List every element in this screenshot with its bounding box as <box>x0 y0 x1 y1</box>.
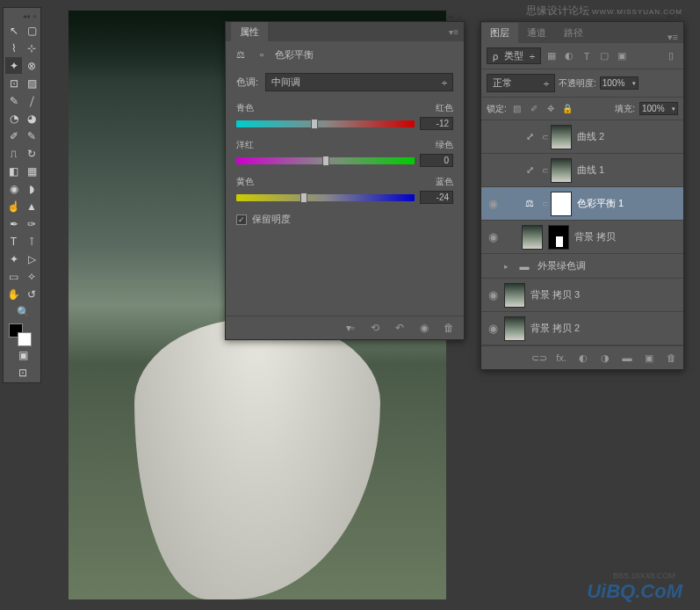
freeform-pen-tool-icon[interactable]: ✑ <box>24 215 40 232</box>
smudge-tool-icon[interactable]: ☝ <box>5 198 22 214</box>
layer-name[interactable]: 背景 拷贝 2 <box>530 322 580 335</box>
dodge-tool-icon[interactable]: ◗ <box>24 180 40 197</box>
clip-to-layer-icon[interactable]: ▾▫ <box>343 321 358 335</box>
layer-row[interactable]: ◉ 背景 拷贝 3 <box>481 279 683 312</box>
lock-position-icon[interactable]: ✥ <box>545 103 557 115</box>
layer-filter-select[interactable]: ρ 类型 ÷ <box>487 47 541 64</box>
cyan-red-slider[interactable] <box>236 120 415 127</box>
new-layer-icon[interactable]: ▣ <box>642 351 656 365</box>
slider-thumb[interactable] <box>322 156 329 166</box>
patch-tool-icon[interactable]: ◕ <box>24 110 40 127</box>
wand-tool-icon[interactable]: ✦ <box>5 57 22 74</box>
crop-tool-icon[interactable]: ⊡ <box>5 75 22 91</box>
layer-name[interactable]: 背景 拷贝 <box>574 230 616 243</box>
stamp-tool-icon[interactable]: ⎍ <box>5 145 22 162</box>
pencil-tool-icon[interactable]: ✎ <box>24 127 40 144</box>
history-brush-tool-icon[interactable]: ↻ <box>24 145 40 162</box>
layer-name[interactable]: 曲线 1 <box>577 163 604 177</box>
lock-transparent-icon[interactable]: ▨ <box>511 103 523 115</box>
delete-adj-icon[interactable]: 🗑 <box>441 321 457 335</box>
custom-shape-tool-icon[interactable]: ✧ <box>24 268 40 285</box>
eyedropper-tool-icon[interactable]: ✎ <box>5 92 22 109</box>
magenta-green-slider[interactable] <box>236 157 415 164</box>
filter-toggle-icon[interactable]: ▯ <box>664 49 678 63</box>
slice-tool-icon[interactable]: ▨ <box>24 75 40 91</box>
view-previous-icon[interactable]: ⟲ <box>367 321 383 335</box>
yellow-blue-value[interactable]: -24 <box>420 191 453 204</box>
visibility-toggle[interactable]: ◉ <box>481 197 504 210</box>
layer-row[interactable]: ◉ ⚖ ⊂ 色彩平衡 1 <box>481 187 683 221</box>
slider-thumb[interactable] <box>311 119 318 129</box>
tone-select[interactable]: 中间调 ÷ <box>265 73 453 91</box>
layer-row[interactable]: ⤢ ⊂ 曲线 1 <box>481 154 683 187</box>
layer-name[interactable]: 背景 拷贝 3 <box>530 288 580 301</box>
slider-thumb[interactable] <box>300 192 307 203</box>
preserve-luminosity-checkbox[interactable]: ✓ <box>236 214 247 225</box>
lock-all-icon[interactable]: 🔒 <box>561 103 574 115</box>
panel-menu-icon[interactable]: ▾≡ <box>449 27 458 37</box>
layer-thumb[interactable] <box>504 316 525 341</box>
yellow-blue-slider[interactable] <box>236 194 415 201</box>
fill-input[interactable]: 100%▾ <box>639 102 678 115</box>
marquee-tool-icon[interactable]: ▢ <box>24 22 40 39</box>
properties-tab[interactable]: 属性 <box>231 22 268 42</box>
zoom-tool-icon[interactable]: 🔍 <box>5 303 40 320</box>
magenta-green-value[interactable]: 0 <box>420 154 453 167</box>
layer-row[interactable]: ⤢ ⊂ 曲线 2 <box>481 120 683 154</box>
layer-name[interactable]: 色彩平衡 1 <box>577 197 624 210</box>
lock-pixels-icon[interactable]: ✐ <box>528 103 540 115</box>
layer-row[interactable]: ◉ 背景 拷贝 <box>481 221 683 254</box>
eraser-tool-icon[interactable]: ◧ <box>5 163 22 179</box>
filter-shape-icon[interactable]: ▢ <box>597 49 611 63</box>
layer-fx-icon[interactable]: fx. <box>554 351 568 365</box>
layer-thumb[interactable] <box>522 225 543 250</box>
sharpen-tool-icon[interactable]: ▲ <box>24 198 40 214</box>
rotate-view-tool-icon[interactable]: ↺ <box>24 286 40 302</box>
rectangle-tool-icon[interactable]: ▭ <box>5 268 22 285</box>
quick-select-tool-icon[interactable]: ⊹ <box>24 40 40 56</box>
layer-group-row[interactable]: ▸ ▬ 外景绿色调 <box>481 254 683 279</box>
toolbar-handle[interactable]: ◂◂× <box>5 10 39 22</box>
layers-panel-handle[interactable]: ◂◂× <box>480 11 684 21</box>
mask-thumb-icon[interactable]: ▫ <box>254 47 270 62</box>
opacity-input[interactable]: 100%▾ <box>600 76 639 90</box>
vtype-tool-icon[interactable]: ⊺ <box>24 233 40 250</box>
background-color-swatch[interactable] <box>18 332 32 346</box>
lasso-tool-icon[interactable]: ⌇ <box>5 40 22 56</box>
new-group-icon[interactable]: ▬ <box>620 351 634 365</box>
layer-mask-thumb[interactable] <box>551 192 572 216</box>
visibility-toggle[interactable]: ◉ <box>481 322 504 335</box>
blend-mode-select[interactable]: 正常÷ <box>487 74 555 92</box>
layers-menu-icon[interactable]: ▾≡ <box>668 32 683 43</box>
filter-type-icon[interactable]: T <box>580 49 594 63</box>
layer-mask-thumb[interactable] <box>551 158 572 183</box>
add-mask-icon[interactable]: ◐ <box>576 351 590 365</box>
delete-layer-icon[interactable]: 🗑 <box>664 351 678 365</box>
layer-name[interactable]: 外景绿色调 <box>538 259 586 272</box>
pen-tool-icon[interactable]: ✒ <box>5 215 22 232</box>
layer-name[interactable]: 曲线 2 <box>577 130 604 143</box>
filter-pixel-icon[interactable]: ▦ <box>545 49 559 63</box>
heal-brush-tool-icon[interactable]: ◔ <box>5 110 22 127</box>
new-adjustment-icon[interactable]: ◑ <box>598 351 612 365</box>
screenmode-tool-icon[interactable]: ⊡ <box>5 364 40 381</box>
path-select-tool-icon[interactable]: ✦ <box>5 251 22 267</box>
type-tool-icon[interactable]: T <box>5 233 22 250</box>
direct-select-tool-icon[interactable]: ▷ <box>24 251 40 267</box>
layer-row[interactable]: ◉ 背景 拷贝 2 <box>481 312 683 345</box>
channels-tab[interactable]: 通道 <box>518 23 555 43</box>
reset-icon[interactable]: ↶ <box>392 321 408 335</box>
hand-tool-icon[interactable]: ✋ <box>5 286 22 302</box>
layers-tab[interactable]: 图层 <box>481 23 518 43</box>
filter-smart-icon[interactable]: ▣ <box>615 49 629 63</box>
properties-panel-handle[interactable]: ◂◂× <box>225 11 465 21</box>
layer-thumb[interactable] <box>504 283 525 308</box>
layer-mask-thumb[interactable] <box>551 125 572 149</box>
toggle-visibility-icon[interactable]: ◉ <box>416 321 432 335</box>
brush-tool-icon[interactable]: ✐ <box>5 127 22 144</box>
gradient-tool-icon[interactable]: ▦ <box>24 163 40 179</box>
quickmask-tool-icon[interactable]: ▣ <box>5 346 40 363</box>
spot-heal-tool-icon[interactable]: ⊗ <box>24 57 40 74</box>
layer-mask-thumb[interactable] <box>548 225 569 250</box>
move-tool-icon[interactable]: ↖ <box>5 22 22 39</box>
